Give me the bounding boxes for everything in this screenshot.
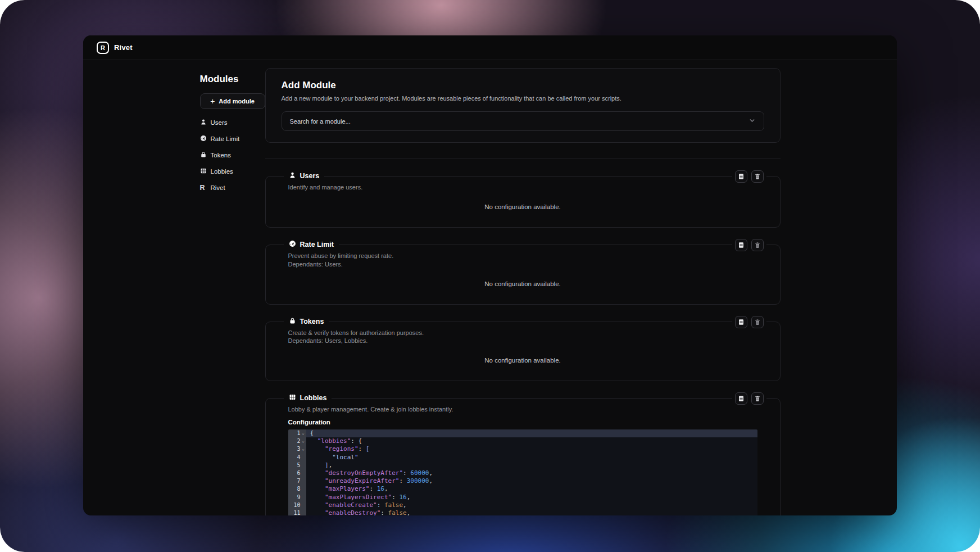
sidebar-item-rate-limit[interactable]: Rate Limit <box>200 135 265 143</box>
code-text: "local" <box>306 454 757 461</box>
add-module-title: Add Module <box>282 80 764 91</box>
sidebar-item-label: Rivet <box>211 184 225 191</box>
module-card-header: Rate Limit <box>284 239 339 250</box>
rivet-r-icon: R <box>200 184 207 192</box>
brand-name: Rivet <box>114 43 133 52</box>
module-empty-state: No configuration available. <box>288 203 757 227</box>
docs-button[interactable] <box>735 316 747 328</box>
module-card-tokens: Tokens Create & verify tokens for author… <box>265 322 781 382</box>
module-description: Identify and manage users. <box>288 183 757 192</box>
code-text: "lobbies": { <box>306 437 757 445</box>
fold-chevron-icon[interactable]: ⌄ <box>301 437 306 445</box>
module-empty-state: No configuration available. <box>288 357 757 381</box>
delete-button[interactable] <box>751 316 764 328</box>
module-search-select[interactable]: Search for a module... <box>282 111 764 131</box>
line-number-gutter: 7 <box>288 477 306 485</box>
line-number-gutter: 3⌄ <box>288 445 306 453</box>
module-description: Prevent abuse by limiting request rate. <box>288 252 757 260</box>
code-line[interactable]: 1⌄{ <box>288 429 757 437</box>
module-empty-state: No configuration available. <box>288 280 757 304</box>
sidebar-item-tokens[interactable]: Tokens <box>200 151 265 159</box>
module-dependants: Dependants: Users, Lobbies. <box>288 337 757 345</box>
code-line[interactable]: 8 "maxPlayers": 16, <box>288 485 757 493</box>
lock-icon <box>289 316 296 327</box>
docs-button[interactable] <box>735 392 747 405</box>
line-number-gutter: 9 <box>288 494 306 501</box>
code-text: ], <box>306 461 757 469</box>
module-dependants: Dependants: Users. <box>288 260 757 269</box>
module-card-actions <box>732 316 766 328</box>
code-text: "maxPlayersDirect": 16, <box>306 494 757 501</box>
user-icon <box>289 171 296 181</box>
lock-icon <box>200 151 207 159</box>
section-divider <box>265 159 781 159</box>
json-config-editor[interactable]: 1⌄{2⌄ "lobbies": {3⌄ "regions": [4 "loca… <box>288 429 757 515</box>
sidebar-module-list: Users Rate Limit Tokens Lobbies <box>200 119 265 192</box>
delete-button[interactable] <box>751 239 764 251</box>
code-line[interactable]: 4 "local" <box>288 454 757 461</box>
fold-chevron-icon[interactable]: ⌄ <box>301 445 306 453</box>
fold-chevron-icon[interactable]: ⌄ <box>301 429 306 437</box>
code-text: { <box>306 429 757 437</box>
code-line[interactable]: 2⌄ "lobbies": { <box>288 437 757 445</box>
delete-button[interactable] <box>751 392 764 405</box>
configuration-label: Configuration <box>288 419 757 426</box>
delete-button[interactable] <box>751 170 764 183</box>
module-card-rate-limit: Rate Limit Prevent abuse by limiting req… <box>265 245 781 305</box>
add-module-description: Add a new module to your backend project… <box>282 95 764 102</box>
module-card-header: Tokens <box>284 316 329 327</box>
sidebar-item-rivet[interactable]: R Rivet <box>200 184 265 192</box>
add-module-card: Add Module Add a new module to your back… <box>265 68 781 143</box>
module-description: Lobby & player management. Create & join… <box>288 405 757 414</box>
code-line[interactable]: 10 "enableCreate": false, <box>288 501 757 509</box>
sidebar-item-lobbies[interactable]: Lobbies <box>200 168 265 175</box>
code-text: "unreadyExpireAfter": 300000, <box>306 477 757 485</box>
modules-sidebar: Modules + Add module Users Rate Limit <box>200 68 265 515</box>
module-card-header: Lobbies <box>284 393 332 403</box>
module-card-actions <box>732 239 766 251</box>
module-search-placeholder: Search for a module... <box>290 118 351 125</box>
code-line[interactable]: 6 "destroyOnEmptyAfter": 60000, <box>288 469 757 477</box>
sidebar-item-users[interactable]: Users <box>200 119 265 126</box>
page-background: R Rivet Modules + Add module Users <box>0 0 980 552</box>
line-number-gutter: 11 <box>288 509 306 515</box>
gauge-icon <box>289 239 296 250</box>
code-line[interactable]: 7 "unreadyExpireAfter": 300000, <box>288 477 757 485</box>
code-text: "enableCreate": false, <box>306 501 757 509</box>
code-text: "maxPlayers": 16, <box>306 485 757 493</box>
module-card-header: Users <box>284 171 325 181</box>
line-number-gutter: 1⌄ <box>288 429 306 437</box>
user-icon <box>200 119 207 126</box>
module-name: Lobbies <box>300 394 327 402</box>
code-line[interactable]: 5 ], <box>288 461 757 469</box>
sidebar-item-label: Users <box>211 119 228 126</box>
line-number-gutter: 6 <box>288 469 306 477</box>
code-line[interactable]: 3⌄ "regions": [ <box>288 445 757 453</box>
line-number-gutter: 8 <box>288 485 306 493</box>
content-area: Modules + Add module Users Rate Limit <box>83 60 897 515</box>
grid-icon <box>200 168 207 175</box>
code-line[interactable]: 9 "maxPlayersDirect": 16, <box>288 494 757 501</box>
sidebar-item-label: Tokens <box>211 152 231 159</box>
module-card-lobbies: Lobbies Lobby & player management. Creat… <box>265 398 781 515</box>
module-name: Tokens <box>300 318 324 325</box>
code-text: "destroyOnEmptyAfter": 60000, <box>306 469 757 477</box>
code-text: "regions": [ <box>306 445 757 453</box>
rivet-logo-icon[interactable]: R <box>97 42 109 54</box>
docs-button[interactable] <box>735 170 747 183</box>
docs-button[interactable] <box>735 239 747 251</box>
line-number-gutter: 2⌄ <box>288 437 306 445</box>
grid-icon <box>289 393 296 403</box>
module-card-actions <box>732 392 766 405</box>
plus-icon: + <box>210 97 215 105</box>
chevron-down-icon <box>748 116 756 126</box>
main-panel: Add Module Add a new module to your back… <box>265 68 781 515</box>
module-name: Rate Limit <box>300 241 334 248</box>
code-text: "enableDestroy": false, <box>306 509 757 515</box>
module-card-actions <box>732 170 766 183</box>
code-line[interactable]: 11 "enableDestroy": false, <box>288 509 757 515</box>
module-description: Create & verify tokens for authorization… <box>288 329 757 337</box>
add-module-button[interactable]: + Add module <box>200 93 265 109</box>
module-card-users: Users Identify and manage users. No conf… <box>265 176 781 228</box>
module-name: Users <box>300 172 320 180</box>
